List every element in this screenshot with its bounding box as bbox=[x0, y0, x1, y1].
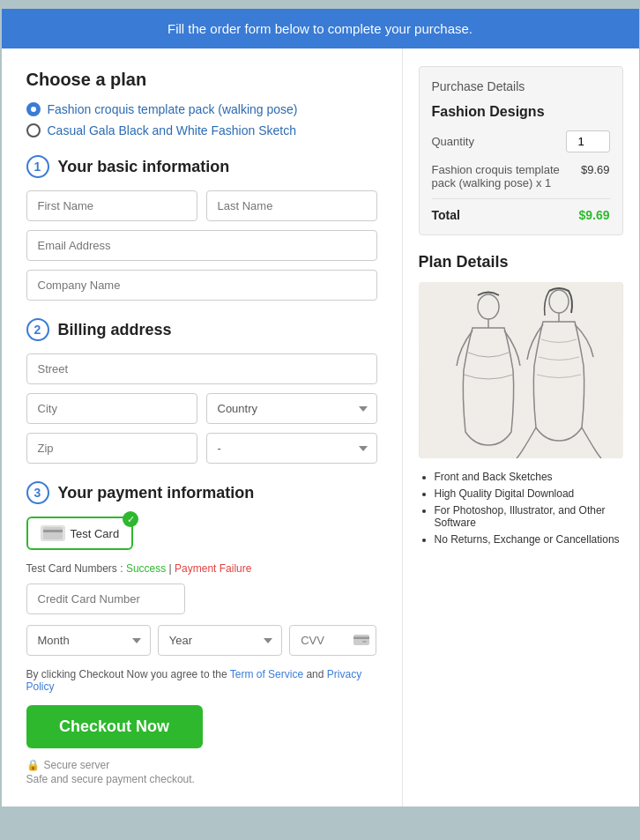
test-card-numbers: Test Card Numbers : Success | Payment Fa… bbox=[26, 562, 377, 575]
last-name-input[interactable] bbox=[206, 190, 377, 221]
section2-header: 2 Billing address bbox=[26, 318, 377, 341]
plan-option-2-label: Casual Gala Black and White Fashion Sket… bbox=[48, 123, 296, 138]
svg-rect-5 bbox=[420, 282, 622, 458]
section3-header: 3 Your payment information bbox=[26, 481, 377, 504]
state-select[interactable]: - AL CA NY TX bbox=[206, 433, 377, 464]
purchase-details-title: Purchase Details bbox=[432, 79, 610, 93]
email-input[interactable] bbox=[26, 230, 377, 261]
month-select[interactable]: Month 01 02 03 04 05 06 07 08 09 10 11 1… bbox=[26, 625, 151, 656]
terms-before: By clicking Checkout Now you agree to th… bbox=[26, 668, 230, 680]
card-icon bbox=[41, 525, 65, 541]
plan-option-1-label: Fashion croquis template pack (walking p… bbox=[48, 102, 298, 116]
outer-wrapper: Fill the order form below to complete yo… bbox=[2, 9, 639, 807]
svg-rect-4 bbox=[362, 641, 367, 643]
plan-features-list: Front and Back Sketches High Quality Dig… bbox=[419, 471, 623, 546]
street-input[interactable] bbox=[26, 353, 377, 384]
company-name-input[interactable] bbox=[26, 270, 377, 301]
svg-rect-0 bbox=[43, 527, 63, 539]
feature-item-4: No Returns, Exchange or Cancellations bbox=[435, 533, 623, 546]
radio-unselected-icon bbox=[26, 123, 41, 138]
city-input[interactable] bbox=[26, 393, 197, 424]
test-card-failure-link[interactable]: Payment Failure bbox=[175, 562, 251, 575]
payment-check-icon: ✓ bbox=[123, 511, 138, 527]
item-name: Fashion croquis template pack (walking p… bbox=[432, 163, 564, 190]
plan-option-2[interactable]: Casual Gala Black and White Fashion Sket… bbox=[26, 123, 377, 138]
year-select[interactable]: Year 2024 2025 2026 2027 2028 bbox=[158, 625, 282, 656]
payment-method-label: Test Card bbox=[71, 527, 120, 540]
lock-icon: 🔒 bbox=[26, 759, 40, 771]
section1-number: 1 bbox=[26, 155, 49, 178]
section1-header: 1 Your basic information bbox=[26, 155, 377, 178]
right-panel: Purchase Details Fashion Designs Quantit… bbox=[403, 48, 639, 807]
feature-item-2: High Quality Digital Download bbox=[435, 487, 623, 500]
zip-state-row: - AL CA NY TX bbox=[26, 433, 377, 464]
credit-card-input[interactable] bbox=[26, 584, 185, 614]
checkout-button[interactable]: Checkout Now bbox=[26, 705, 203, 748]
purchase-details-box: Purchase Details Fashion Designs Quantit… bbox=[419, 66, 623, 235]
secure-server-text: Secure server bbox=[44, 759, 110, 771]
item-row: Fashion croquis template pack (walking p… bbox=[432, 163, 610, 199]
banner-text: Fill the order form below to complete yo… bbox=[167, 21, 473, 36]
section3-title: Your payment information bbox=[58, 484, 255, 502]
item-price: $9.69 bbox=[581, 163, 610, 176]
fashion-designs-title: Fashion Designs bbox=[432, 104, 610, 120]
top-banner: Fill the order form below to complete yo… bbox=[2, 9, 639, 48]
svg-rect-1 bbox=[43, 530, 63, 532]
left-panel: Choose a plan Fashion croquis template p… bbox=[2, 48, 403, 807]
fashion-sketch-svg bbox=[419, 282, 623, 458]
credit-card-svg bbox=[43, 527, 63, 539]
cc-input-wrap bbox=[26, 584, 377, 614]
section1-title: Your basic information bbox=[58, 158, 230, 176]
street-row bbox=[26, 353, 377, 384]
main-card: Choose a plan Fashion croquis template p… bbox=[2, 48, 639, 807]
terms-middle: and bbox=[306, 668, 326, 680]
secure-row: 🔒 Secure server bbox=[26, 759, 377, 771]
terms-of-service-link[interactable]: Term of Service bbox=[230, 668, 303, 680]
fashion-sketch-image bbox=[419, 282, 623, 458]
feature-item-3: For Photoshop, Illustrator, and Other So… bbox=[435, 504, 623, 529]
country-select[interactable]: Country United States United Kingdom Can… bbox=[206, 393, 377, 424]
terms-text: By clicking Checkout Now you agree to th… bbox=[26, 668, 377, 693]
name-row bbox=[26, 190, 377, 221]
plan-details-section: Plan Details bbox=[419, 253, 623, 546]
total-row: Total $9.69 bbox=[432, 208, 610, 222]
test-card-success-link[interactable]: Success bbox=[126, 562, 166, 575]
quantity-label: Quantity bbox=[432, 135, 474, 148]
choose-plan-section: Choose a plan Fashion croquis template p… bbox=[26, 70, 377, 138]
cvv-wrap bbox=[289, 625, 376, 656]
test-card-prefix: Test Card Numbers : bbox=[26, 562, 126, 575]
city-country-row: Country United States United Kingdom Can… bbox=[26, 393, 377, 424]
plan-option-1[interactable]: Fashion croquis template pack (walking p… bbox=[26, 102, 377, 116]
cvv-card-icon bbox=[353, 634, 369, 648]
choose-plan-title: Choose a plan bbox=[26, 70, 377, 90]
email-row bbox=[26, 230, 377, 261]
secure-payment-text: Safe and secure payment checkout. bbox=[26, 773, 377, 785]
quantity-row: Quantity bbox=[432, 130, 610, 152]
zip-input[interactable] bbox=[26, 433, 197, 464]
feature-item-1: Front and Back Sketches bbox=[435, 471, 623, 483]
first-name-input[interactable] bbox=[26, 190, 197, 221]
plan-details-title: Plan Details bbox=[419, 253, 623, 271]
total-label: Total bbox=[432, 208, 460, 222]
svg-rect-3 bbox=[353, 636, 369, 639]
company-row bbox=[26, 270, 377, 301]
section2-title: Billing address bbox=[58, 321, 172, 339]
quantity-input[interactable] bbox=[566, 130, 610, 152]
radio-selected-icon bbox=[26, 102, 41, 116]
expiry-row: Month 01 02 03 04 05 06 07 08 09 10 11 1… bbox=[26, 625, 377, 656]
payment-method-card[interactable]: Test Card ✓ bbox=[26, 517, 134, 550]
section3-number: 3 bbox=[26, 481, 49, 504]
section2-number: 2 bbox=[26, 318, 49, 341]
total-price: $9.69 bbox=[578, 208, 609, 222]
svg-rect-2 bbox=[353, 635, 369, 645]
